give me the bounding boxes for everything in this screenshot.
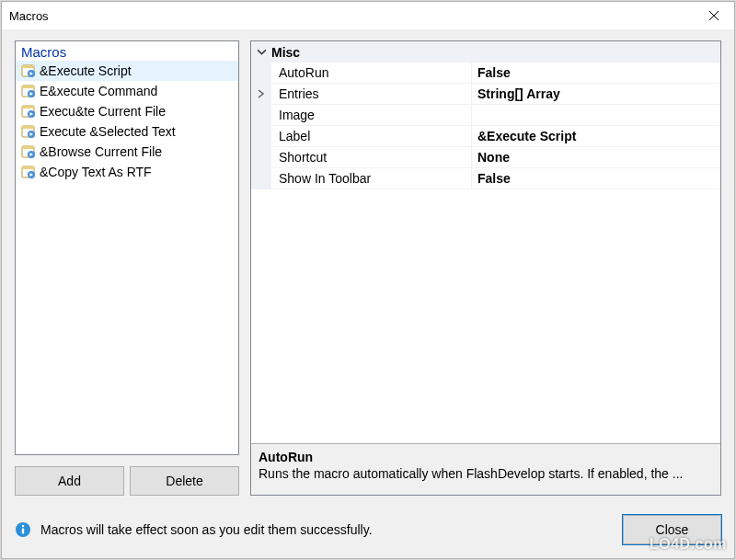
property-value[interactable]: String[] Array — [472, 84, 720, 104]
property-name: Entries — [271, 84, 472, 104]
row-gutter — [251, 168, 271, 189]
close-icon — [709, 11, 719, 20]
list-item[interactable]: E&xecute Command — [16, 81, 238, 101]
row-gutter — [251, 63, 271, 83]
list-header: Macros — [16, 41, 238, 61]
macro-icon — [21, 165, 36, 179]
svg-rect-4 — [22, 86, 34, 88]
property-name: Image — [271, 105, 472, 125]
category-label: Misc — [271, 45, 300, 60]
property-help-panel: AutoRun Runs the macro automatically whe… — [251, 443, 720, 495]
info-icon — [15, 521, 31, 538]
add-button[interactable]: Add — [15, 466, 124, 496]
list-item[interactable]: &Browse Current File — [16, 142, 238, 162]
collapse-icon[interactable] — [251, 47, 271, 57]
macro-icon — [21, 104, 36, 119]
svg-rect-7 — [22, 106, 34, 109]
list-item-label: E&xecute Command — [40, 84, 157, 98]
row-gutter — [251, 126, 271, 146]
svg-point-19 — [22, 525, 25, 528]
list-item[interactable]: &Execute Script — [16, 61, 238, 81]
property-value[interactable] — [472, 105, 720, 125]
list-item-label: Execu&te Current File — [40, 104, 166, 119]
left-column: Macros &Execute ScriptE&xecute CommandEx… — [15, 40, 239, 496]
property-grid[interactable]: Misc AutoRunFalseEntriesString[] ArrayIm… — [250, 40, 721, 496]
svg-rect-1 — [22, 65, 34, 68]
property-value[interactable]: &Execute Script — [472, 126, 720, 146]
macro-icon — [21, 84, 36, 98]
help-text: Runs the macro automatically when FlashD… — [259, 466, 713, 481]
property-value[interactable]: None — [472, 147, 720, 167]
list-item-label: &Browse Current File — [40, 144, 162, 159]
right-column: Misc AutoRunFalseEntriesString[] ArrayIm… — [250, 40, 721, 496]
property-row[interactable]: ShortcutNone — [251, 147, 720, 168]
property-row[interactable]: EntriesString[] Array — [251, 84, 720, 105]
property-grid-rows: Misc AutoRunFalseEntriesString[] ArrayIm… — [251, 41, 720, 443]
svg-rect-10 — [22, 126, 34, 129]
close-button[interactable]: Close — [623, 515, 721, 544]
property-row[interactable]: Image — [251, 105, 720, 126]
svg-rect-16 — [22, 166, 34, 169]
help-title: AutoRun — [259, 450, 713, 464]
row-gutter — [251, 105, 271, 125]
property-name: AutoRun — [271, 63, 472, 83]
footer-info: Macros will take effect soon as you edit… — [15, 521, 623, 538]
macro-icon — [21, 124, 36, 139]
property-row[interactable]: Label&Execute Script — [251, 126, 720, 147]
window-close-button[interactable] — [693, 2, 734, 29]
macro-icon — [21, 63, 36, 78]
property-name: Shortcut — [271, 147, 472, 167]
titlebar: Macros — [2, 2, 734, 29]
row-gutter — [251, 84, 271, 104]
list-item-label: &Execute Script — [40, 63, 132, 78]
property-name: Show In Toolbar — [271, 168, 472, 189]
dialog-content: Macros &Execute ScriptE&xecute CommandEx… — [2, 29, 734, 558]
main-area: Macros &Execute ScriptE&xecute CommandEx… — [15, 40, 721, 496]
property-name: Label — [271, 126, 472, 146]
dialog-window: Macros Macros &Execute ScriptE&xecute Co… — [1, 1, 735, 559]
property-category[interactable]: Misc — [251, 41, 720, 63]
property-row[interactable]: Show In ToolbarFalse — [251, 168, 720, 189]
list-buttons: Add Delete — [15, 466, 239, 496]
list-item[interactable]: &Copy Text As RTF — [16, 162, 238, 182]
row-gutter — [251, 147, 271, 167]
macro-icon — [21, 144, 36, 159]
footer-message: Macros will take effect soon as you edit… — [40, 522, 373, 537]
svg-rect-13 — [22, 146, 34, 149]
delete-button[interactable]: Delete — [130, 466, 239, 496]
macros-listbox[interactable]: Macros &Execute ScriptE&xecute CommandEx… — [15, 40, 239, 455]
property-row[interactable]: AutoRunFalse — [251, 63, 720, 84]
list-item-label: &Copy Text As RTF — [40, 165, 152, 179]
footer: Macros will take effect soon as you edit… — [15, 514, 721, 545]
list-item[interactable]: Execu&te Current File — [16, 101, 238, 121]
list-item[interactable]: Execute &Selected Text — [16, 121, 238, 142]
svg-rect-20 — [22, 529, 24, 534]
window-title: Macros — [9, 9, 49, 23]
property-value[interactable]: False — [472, 168, 720, 189]
property-value[interactable]: False — [472, 63, 720, 83]
list-item-label: Execute &Selected Text — [40, 124, 176, 139]
